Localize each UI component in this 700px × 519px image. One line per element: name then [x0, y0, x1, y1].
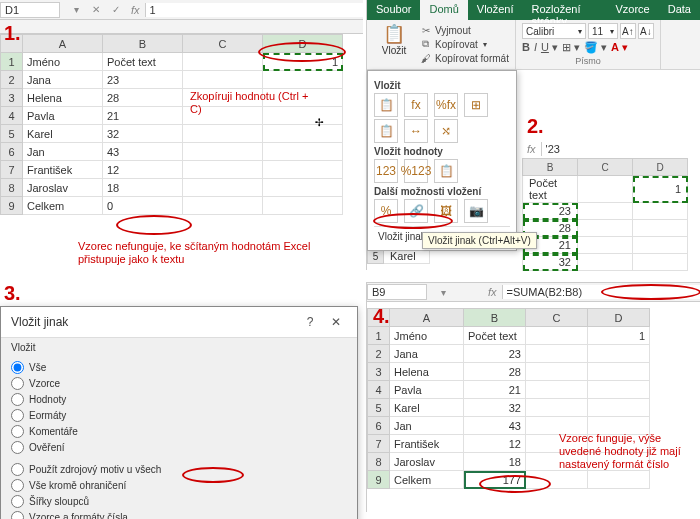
fx-label-2[interactable]: fx	[527, 143, 536, 155]
cell-B9[interactable]: 0	[103, 197, 183, 215]
fill-color-button[interactable]: 🪣 ▾	[584, 41, 607, 54]
row-header-4[interactable]: 4	[1, 107, 23, 125]
cell-B4[interactable]: 21	[103, 107, 183, 125]
row-header-8-p4[interactable]: 8	[368, 453, 390, 471]
grow-font-button[interactable]: A↑	[620, 23, 636, 39]
cell-C8[interactable]	[183, 179, 263, 197]
cell-C3-p2[interactable]	[578, 220, 633, 237]
font-family-select[interactable]: Calibri ▾	[522, 23, 586, 39]
cell-C2-p4[interactable]	[526, 345, 588, 363]
cell-A2[interactable]: Jana	[23, 71, 103, 89]
ribbon-tab-data[interactable]: Data	[659, 0, 700, 20]
col-header-D-p2[interactable]: D	[633, 159, 688, 176]
cell-D7[interactable]	[263, 161, 343, 179]
cell-D8[interactable]	[263, 179, 343, 197]
col-header-A[interactable]: A	[23, 35, 103, 53]
cell-D1-p4[interactable]: 1	[588, 327, 650, 345]
paste-transpose-icon[interactable]: ⤭	[434, 119, 458, 143]
cell-D9-p4[interactable]	[588, 471, 650, 489]
cell-D1[interactable]: 1	[263, 53, 343, 71]
formula-input-4[interactable]: =SUMA(B2:B8)	[502, 285, 700, 299]
cell-C9[interactable]	[183, 197, 263, 215]
row-header-7[interactable]: 7	[1, 161, 23, 179]
cell-A2-p4[interactable]: Jana	[390, 345, 464, 363]
paste-all-icon[interactable]: 📋	[374, 93, 398, 117]
format-painter-button[interactable]: 🖌Kopírovat formát	[419, 52, 509, 66]
cell-A1[interactable]: Jméno	[23, 53, 103, 71]
paste-formulas-fmt-icon[interactable]: %fx	[434, 93, 458, 117]
paste-width-icon[interactable]: ↔	[404, 119, 428, 143]
cut-button[interactable]: ✂Vyjmout	[419, 23, 509, 37]
italic-button[interactable]: I	[534, 41, 537, 54]
cell-D9[interactable]	[263, 197, 343, 215]
cell-A7[interactable]: František	[23, 161, 103, 179]
radio-komentáře[interactable]: Komentáře	[11, 423, 179, 439]
cell-D2-p4[interactable]	[588, 345, 650, 363]
cell-C1-p2[interactable]	[578, 176, 633, 203]
col-header-B-p2[interactable]: B	[523, 159, 578, 176]
cell-C4-p4[interactable]	[526, 381, 588, 399]
cell-C2[interactable]	[183, 71, 263, 89]
cell-B1-p2[interactable]: Počet text	[523, 176, 578, 203]
fx-label[interactable]: fx	[131, 4, 140, 16]
col-header-B[interactable]: B	[103, 35, 183, 53]
cell-B4-p4[interactable]: 21	[464, 381, 526, 399]
cell-D4-p2[interactable]	[633, 237, 688, 254]
col-header-C-p4[interactable]: C	[526, 309, 588, 327]
cell-B5-p2[interactable]: 32	[523, 254, 578, 271]
cell-A9-p4[interactable]: Celkem	[390, 471, 464, 489]
paste-keep-border-icon[interactable]: ⊞	[464, 93, 488, 117]
shrink-font-button[interactable]: A↓	[638, 23, 654, 39]
cancel-formula-icon[interactable]: ✕	[88, 4, 104, 15]
cell-B6[interactable]: 43	[103, 143, 183, 161]
cell-A4[interactable]: Pavla	[23, 107, 103, 125]
radio-vzorce-a-formáty-čísla[interactable]: Vzorce a formáty čísla	[11, 509, 179, 519]
bold-button[interactable]: B	[522, 41, 530, 54]
row-header-2[interactable]: 2	[1, 71, 23, 89]
cell-C2-p2[interactable]	[578, 203, 633, 220]
cell-A1-p4[interactable]: Jméno	[390, 327, 464, 345]
row-header-9[interactable]: 9	[1, 197, 23, 215]
cell-C1-p4[interactable]	[526, 327, 588, 345]
cell-C9-p4[interactable]	[526, 471, 588, 489]
name-dropdown-icon[interactable]: ▾	[68, 4, 84, 15]
cell-B6-p4[interactable]: 43	[464, 417, 526, 435]
paste-formulas-icon[interactable]: fx	[404, 93, 428, 117]
cell-B1-p4[interactable]: Počet text	[464, 327, 526, 345]
row-header-4-p4[interactable]: 4	[368, 381, 390, 399]
underline-button[interactable]: U ▾	[541, 41, 558, 54]
cell-C5[interactable]	[183, 125, 263, 143]
cell-C5-p4[interactable]	[526, 399, 588, 417]
cell-B2-p2[interactable]: 23	[523, 203, 578, 220]
row-header-3-p4[interactable]: 3	[368, 363, 390, 381]
row-header-9-p4[interactable]: 9	[368, 471, 390, 489]
cell-A8[interactable]: Jaroslav	[23, 179, 103, 197]
border-button[interactable]: ⊞ ▾	[562, 41, 580, 54]
cell-B5-p4[interactable]: 32	[464, 399, 526, 417]
row-header-1[interactable]: 1	[1, 53, 23, 71]
cell-A3-p4[interactable]: Helena	[390, 363, 464, 381]
radio-ověření[interactable]: Ověření	[11, 439, 179, 455]
cell-B8[interactable]: 18	[103, 179, 183, 197]
ribbon-tab-vzorce[interactable]: Vzorce	[607, 0, 659, 20]
radio-vše-kromě-ohraničení[interactable]: Vše kromě ohraničení	[11, 477, 179, 493]
cell-B2-p4[interactable]: 23	[464, 345, 526, 363]
col-header-D[interactable]: D	[263, 35, 343, 53]
paste-button[interactable]: 📋 Vložit	[373, 23, 415, 66]
radio-použít-zdrojový-motiv-u-všech[interactable]: Použít zdrojový motiv u všech	[11, 461, 179, 477]
fx-label-4[interactable]: fx	[488, 286, 497, 298]
cell-B7-p4[interactable]: 12	[464, 435, 526, 453]
cell-C6[interactable]	[183, 143, 263, 161]
row-header-5[interactable]: 5	[1, 125, 23, 143]
row-header-7-p4[interactable]: 7	[368, 435, 390, 453]
paste-no-border-icon[interactable]: 📋	[374, 119, 398, 143]
cell-A5[interactable]: Karel	[23, 125, 103, 143]
paste-values-src-icon[interactable]: 📋	[434, 159, 458, 183]
cell-B9-p4[interactable]: 177	[464, 471, 526, 489]
cell-D2-p2[interactable]	[633, 203, 688, 220]
cell-C7[interactable]	[183, 161, 263, 179]
ribbon-tab-domů[interactable]: Domů	[420, 0, 467, 20]
ribbon-tab-rozložení stránky[interactable]: Rozložení stránky	[523, 0, 607, 20]
cell-C3-p4[interactable]	[526, 363, 588, 381]
cell-B5[interactable]: 32	[103, 125, 183, 143]
